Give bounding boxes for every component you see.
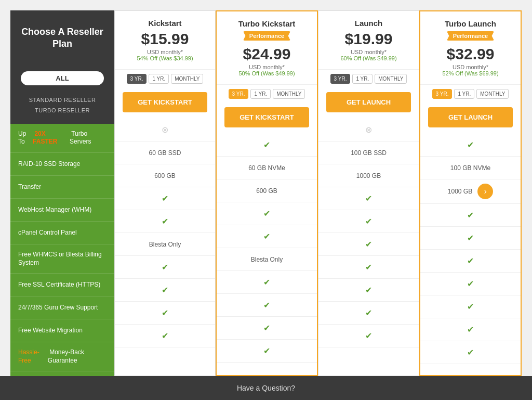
kickstart-support: ✔ — [115, 279, 215, 302]
launch-billing-sys: ✔ — [318, 233, 419, 256]
turbo-launch-storage: 100 GB NVMe — [420, 157, 521, 179]
x-icon: ⊗ — [365, 125, 372, 135]
footer-question: Have a Question? — [237, 384, 295, 392]
check-icon: ✔ — [162, 331, 168, 341]
turbo-kickstart-ssl: ✔ — [217, 271, 317, 294]
turbo-kickstart-support: ✔ — [217, 294, 317, 317]
check-icon: ✔ — [162, 216, 168, 226]
kickstart-cta-button[interactable]: GET KICKSTART — [123, 92, 207, 112]
kickstart-billing-tabs: 3 YR. 1 YR. MONTHLY — [115, 70, 215, 88]
plan-launch: Launch $19.99 USD monthly* 60% Off (Was … — [318, 10, 419, 376]
kickstart-cpanel: ✔ — [115, 210, 215, 233]
turbo-kickstart-cta-button[interactable]: GET KICKSTART — [224, 107, 309, 127]
kickstart-transfer: 600 GB — [115, 164, 215, 187]
turbo-launch-tab-3yr[interactable]: 3 YR. — [432, 89, 453, 99]
kickstart-migration: ✔ — [115, 302, 215, 325]
sidebar-title: Choose A Reseller Plan — [21, 27, 103, 49]
feature-whm: WebHost Manager (WHM) — [10, 199, 114, 222]
check-icon: ✔ — [365, 285, 372, 295]
check-icon: ✔ — [263, 277, 270, 287]
kickstart-tab-3yr[interactable]: 3 YR. — [127, 74, 147, 84]
turbo-launch-billing: USD monthly* — [425, 64, 515, 70]
kickstart-name: Kickstart — [120, 19, 210, 28]
feature-support: 24/7/365 Guru Crew Support — [10, 296, 114, 319]
launch-tab-1yr[interactable]: 1 YR. — [352, 74, 373, 84]
sidebar-header: Choose A Reseller Plan — [10, 10, 114, 66]
turbo-kickstart-tab-monthly[interactable]: MONTHLY — [273, 89, 305, 99]
sidebar-nav: STANDARD RESELLER TURBO RESELLER — [10, 91, 114, 124]
kickstart-billing: USD monthly* — [120, 49, 210, 55]
launch-ssl: ✔ — [318, 256, 419, 279]
check-icon: ✔ — [467, 347, 474, 357]
check-icon: ✔ — [467, 233, 474, 243]
turbo-reseller-nav[interactable]: TURBO RESELLER — [21, 105, 104, 115]
launch-transfer: 1000 GB — [318, 164, 419, 187]
check-icon: ✔ — [467, 302, 474, 312]
feature-raid-ssd: RAID-10 SSD Storage — [10, 153, 114, 176]
launch-cta-button[interactable]: GET LAUNCH — [326, 92, 411, 112]
sidebar-features: Up To 20X FASTER Turbo Servers RAID-10 S… — [10, 124, 114, 376]
turbo-launch-support: ✔ — [420, 295, 521, 318]
check-icon: ✔ — [162, 262, 168, 272]
turbo-kickstart-badge: Performance — [243, 31, 290, 41]
feature-transfer: Transfer — [10, 176, 114, 199]
kickstart-tab-monthly[interactable]: MONTHLY — [171, 74, 203, 84]
feature-ssl: Free SSL Certificate (HTTPS) — [10, 274, 114, 296]
turbo-launch-name: Turbo Launch — [425, 19, 515, 28]
launch-name: Launch — [324, 19, 414, 28]
check-icon: ✔ — [467, 256, 474, 266]
launch-discount: 60% Off (Was $49.99) — [324, 55, 414, 61]
launch-tab-3yr[interactable]: 3 YR. — [330, 74, 351, 84]
turbo-launch-billing-sys: ✔ — [420, 250, 521, 273]
sidebar-filter: ALL — [10, 66, 114, 91]
footer-bar: Have a Question? — [0, 376, 532, 400]
kickstart-billing-sys: Blesta Only — [115, 233, 215, 256]
launch-tab-monthly[interactable]: MONTHLY — [375, 74, 407, 84]
feature-cpanel: cPanel Control Panel — [10, 222, 114, 244]
feature-turbo-servers: Up To 20X FASTER Turbo Servers — [10, 124, 114, 153]
kickstart-price: $15.99 — [120, 30, 210, 48]
plan-turbo-launch: Turbo Launch Performance $32.99 USD mont… — [419, 10, 522, 376]
check-icon: ✔ — [263, 300, 270, 310]
kickstart-tab-1yr[interactable]: 1 YR. — [149, 74, 169, 84]
next-plan-arrow[interactable]: › — [477, 184, 493, 199]
turbo-kickstart-transfer: 600 GB — [217, 179, 317, 202]
turbo-kickstart-storage: 60 GB NVMe — [217, 157, 317, 179]
check-icon: ✔ — [263, 231, 270, 241]
check-icon: ✔ — [365, 262, 372, 272]
standard-reseller-nav[interactable]: STANDARD RESELLER — [21, 95, 104, 105]
kickstart-features: ⊗ 60 GB SSD 600 GB ✔ ✔ Blesta Only ✔ ✔ ✔… — [115, 119, 215, 376]
turbo-kickstart-moneyback: ✔ — [217, 340, 317, 363]
all-filter-button[interactable]: ALL — [21, 71, 104, 85]
check-icon: ✔ — [162, 193, 168, 203]
turbo-launch-billing-tabs: 3 YR. 1 YR. MONTHLY — [420, 85, 521, 103]
kickstart-storage: 60 GB SSD — [115, 141, 215, 164]
check-icon: ✔ — [365, 239, 372, 249]
kickstart-turbo: ⊗ — [115, 119, 215, 141]
turbo-kickstart-migration: ✔ — [217, 317, 317, 340]
check-icon: ✔ — [162, 285, 168, 295]
launch-moneyback: ✔ — [318, 325, 419, 347]
plan-kickstart: Kickstart $15.99 USD monthly* 54% Off (W… — [114, 10, 216, 376]
launch-price: $19.99 — [324, 30, 414, 48]
kickstart-ssl: ✔ — [115, 256, 215, 279]
turbo-launch-transfer: 1000 GB › — [420, 179, 521, 204]
turbo-launch-cta-button[interactable]: GET LAUNCH — [428, 107, 513, 127]
x-icon: ⊗ — [162, 125, 168, 135]
turbo-launch-discount: 52% Off (Was $69.99) — [425, 70, 515, 76]
check-icon: ✔ — [365, 308, 372, 318]
check-icon: ✔ — [467, 279, 474, 289]
launch-storage: 100 GB SSD — [318, 141, 419, 164]
turbo-launch-tab-monthly[interactable]: MONTHLY — [476, 89, 509, 99]
turbo-launch-tab-1yr[interactable]: 1 YR. — [454, 89, 474, 99]
turbo-launch-whm: ✔ — [420, 204, 521, 227]
launch-header: Launch $19.99 USD monthly* 60% Off (Was … — [318, 11, 419, 70]
turbo-kickstart-tab-3yr[interactable]: 3 YR. — [229, 89, 249, 99]
turbo-launch-price: $32.99 — [425, 45, 515, 63]
launch-billing-tabs: 3 YR. 1 YR. MONTHLY — [318, 70, 419, 88]
turbo-kickstart-tab-1yr[interactable]: 1 YR. — [250, 89, 271, 99]
turbo-launch-cpanel: ✔ — [420, 227, 521, 250]
launch-features: ⊗ 100 GB SSD 1000 GB ✔ ✔ ✔ ✔ ✔ ✔ ✔ — [318, 119, 419, 376]
check-icon: ✔ — [162, 308, 168, 318]
turbo-launch-migration: ✔ — [420, 318, 521, 341]
